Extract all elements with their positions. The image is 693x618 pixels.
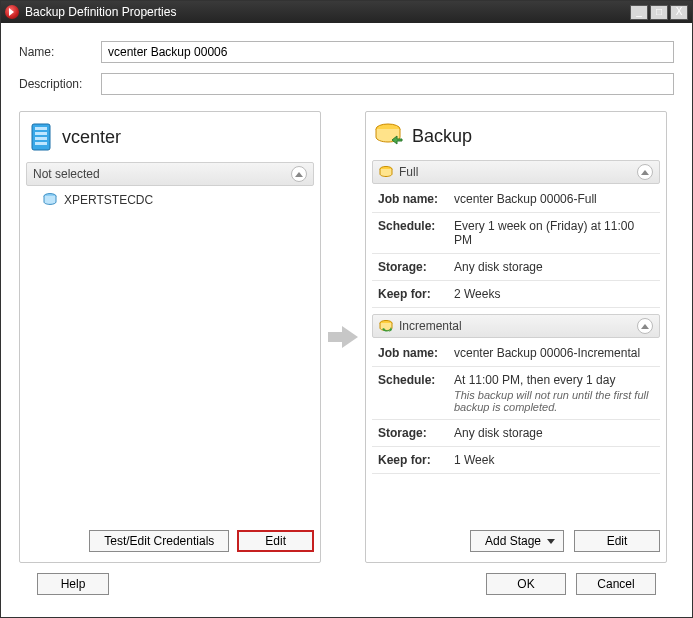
disk-full-icon (379, 166, 393, 178)
table-row: Schedule: At 11:00 PM, then every 1 day … (372, 367, 660, 420)
edit-source-button[interactable]: Edit (237, 530, 314, 552)
kv-key: Job name: (372, 340, 448, 367)
name-input[interactable] (101, 41, 674, 63)
arrow-right-icon (328, 324, 358, 350)
cancel-button[interactable]: Cancel (576, 573, 656, 595)
backup-actions: Add Stage Edit (372, 520, 660, 552)
backup-section-header-incremental[interactable]: Incremental (372, 314, 660, 338)
footer-spacer (119, 573, 476, 595)
panels: vcenter Not selected XPERTSTECDC (19, 111, 674, 563)
kv-value-note: This backup will not run until the first… (454, 389, 654, 413)
svg-rect-4 (35, 142, 47, 145)
backup-panel-header: Backup (372, 118, 660, 160)
name-row: Name: (19, 41, 674, 63)
kv-value: Any disk storage (448, 420, 660, 447)
chevron-up-icon[interactable] (637, 164, 653, 180)
datastore-icon (42, 193, 58, 207)
flow-arrow (325, 111, 361, 563)
content-area: Name: Description: vcenter (1, 23, 692, 617)
close-button[interactable]: X (670, 5, 688, 20)
chevron-up-icon[interactable] (291, 166, 307, 182)
ok-button[interactable]: OK (486, 573, 566, 595)
table-row: Job name:vcenter Backup 00006-Incrementa… (372, 340, 660, 367)
source-panel: vcenter Not selected XPERTSTECDC (19, 111, 321, 563)
table-row: Schedule:Every 1 week on (Friday) at 11:… (372, 213, 660, 254)
description-label: Description: (19, 77, 101, 91)
kv-value: 1 Week (448, 447, 660, 474)
kv-key: Storage: (372, 254, 448, 281)
name-label: Name: (19, 45, 101, 59)
description-row: Description: (19, 73, 674, 95)
source-tree: XPERTSTECDC (26, 188, 314, 522)
kv-value: 2 Weeks (448, 281, 660, 308)
help-button[interactable]: Help (37, 573, 109, 595)
source-tree-item[interactable]: XPERTSTECDC (26, 191, 314, 209)
table-row: Keep for:1 Week (372, 447, 660, 474)
kv-key: Keep for: (372, 281, 448, 308)
disk-incremental-icon (379, 319, 393, 333)
table-row: Storage:Any disk storage (372, 254, 660, 281)
kv-value: vcenter Backup 00006-Incremental (448, 340, 660, 367)
kv-value: Any disk storage (448, 254, 660, 281)
source-group-header[interactable]: Not selected (26, 162, 314, 186)
chevron-up-icon[interactable] (637, 318, 653, 334)
kv-key: Schedule: (372, 213, 448, 254)
source-group-label: Not selected (33, 167, 285, 181)
kv-key: Storage: (372, 420, 448, 447)
table-row: Storage:Any disk storage (372, 420, 660, 447)
backup-sections: Full Job name:vcenter Backup 00006-Full … (372, 160, 660, 520)
window-buttons: _ □ X (630, 5, 688, 20)
minimize-button[interactable]: _ (630, 5, 648, 20)
kv-key: Keep for: (372, 447, 448, 474)
source-actions: Test/Edit Credentials Edit (26, 522, 314, 552)
backup-full-table: Job name:vcenter Backup 00006-Full Sched… (372, 186, 660, 308)
source-tree-item-label: XPERTSTECDC (64, 193, 153, 207)
kv-value-text: At 11:00 PM, then every 1 day (454, 373, 615, 387)
backup-section-header-full[interactable]: Full (372, 160, 660, 184)
kv-key: Schedule: (372, 367, 448, 420)
kv-value: Every 1 week on (Friday) at 11:00 PM (448, 213, 660, 254)
svg-rect-3 (35, 137, 47, 140)
backup-section-label-incremental: Incremental (399, 319, 631, 333)
svg-rect-2 (35, 132, 47, 135)
dialog-window: Backup Definition Properties _ □ X Name:… (0, 0, 693, 618)
backup-panel-title: Backup (412, 126, 472, 147)
add-stage-button[interactable]: Add Stage (470, 530, 564, 552)
backup-incremental-table: Job name:vcenter Backup 00006-Incrementa… (372, 340, 660, 474)
table-row: Keep for:2 Weeks (372, 281, 660, 308)
backup-panel: Backup Full Job name:vcenter Backup 0000… (365, 111, 667, 563)
backup-section-label-full: Full (399, 165, 631, 179)
kv-key: Job name: (372, 186, 448, 213)
test-edit-credentials-button[interactable]: Test/Edit Credentials (89, 530, 229, 552)
table-row: Job name:vcenter Backup 00006-Full (372, 186, 660, 213)
kv-value: At 11:00 PM, then every 1 day This backu… (448, 367, 660, 420)
kv-value: vcenter Backup 00006-Full (448, 186, 660, 213)
svg-rect-1 (35, 127, 47, 130)
source-panel-title: vcenter (62, 127, 121, 148)
source-panel-header: vcenter (26, 118, 314, 162)
description-input[interactable] (101, 73, 674, 95)
server-icon (28, 122, 54, 152)
dialog-footer: Help OK Cancel (19, 563, 674, 609)
window-title: Backup Definition Properties (25, 5, 630, 19)
titlebar[interactable]: Backup Definition Properties _ □ X (1, 1, 692, 23)
maximize-button[interactable]: □ (650, 5, 668, 20)
app-icon (5, 5, 19, 19)
backup-icon (374, 122, 404, 150)
edit-backup-button[interactable]: Edit (574, 530, 660, 552)
